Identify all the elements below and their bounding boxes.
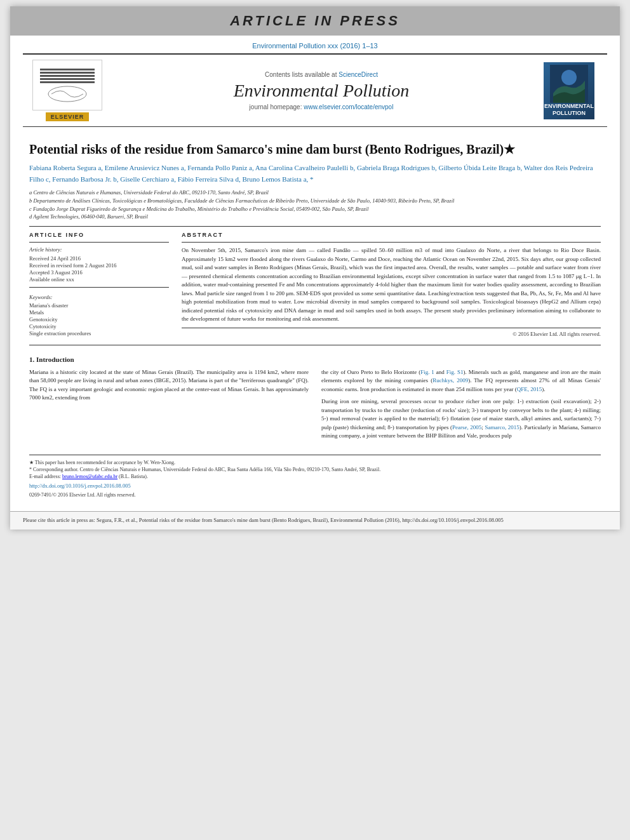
- article-info-label: ARTICLE INFO: [29, 232, 169, 238]
- intro-heading: 1. Introduction: [29, 356, 601, 363]
- journal-logo-right: ENVIRONMENTALPOLLUTION: [537, 62, 601, 119]
- intro-para-right-2: During iron ore mining, several processe…: [321, 397, 601, 441]
- page: ARTICLE IN PRESS Environmental Pollution…: [10, 6, 620, 530]
- star-footnote: ★ This paper has been recommended for ac…: [29, 459, 601, 466]
- intro-col-left: Mariana is a historic city located at th…: [29, 368, 309, 444]
- intro-col-right: the city of Ouro Preto to Belo Horizonte…: [321, 368, 601, 444]
- svg-point-2: [561, 70, 577, 85]
- journal-center: Contents lists available at ScienceDirec…: [105, 71, 537, 110]
- history-label: Article history:: [29, 246, 169, 253]
- article-info-column: ARTICLE INFO Article history: Received 2…: [29, 232, 169, 340]
- keyword-5: Single extraction procedures: [29, 330, 169, 337]
- abstract-label: ABSTRACT: [182, 232, 601, 238]
- authors: Fabiana Roberta Segura a, Emilene Arusie…: [29, 163, 601, 185]
- journal-emblem-svg: [45, 84, 90, 103]
- affiliation-a: a Centro de Ciências Naturais e Humanas,…: [29, 189, 601, 197]
- intro-para-left: Mariana is a historic city located at th…: [29, 368, 309, 403]
- keywords-box: Keywords: Mariana's disaster Metals Geno…: [29, 294, 169, 337]
- abstract-column: ABSTRACT On November 5th, 2015, Samarco'…: [182, 232, 601, 340]
- badge-title: ENVIRONMENTALPOLLUTION: [544, 103, 594, 117]
- affiliations: a Centro de Ciências Naturais e Humanas,…: [29, 189, 601, 221]
- figs1-link[interactable]: Fig. S1: [446, 369, 464, 375]
- affiliation-b: b Departamento de Análises Clínicas, Tox…: [29, 197, 601, 205]
- main-content: Potential risks of the residue from Sama…: [10, 127, 620, 505]
- copyright-line: © 2016 Elsevier Ltd. All rights reserved…: [182, 331, 601, 340]
- journal-logo-left: ELSEVIER: [29, 60, 105, 121]
- ruchkys-link[interactable]: Ruchkys, 2009: [432, 377, 468, 383]
- badge-image: [550, 65, 588, 103]
- contents-line: Contents lists available at ScienceDirec…: [105, 71, 537, 78]
- keyword-3: Genotoxicity: [29, 316, 169, 323]
- article-in-press-text: ARTICLE IN PRESS: [230, 13, 400, 29]
- sciencedirect-link[interactable]: ScienceDirect: [338, 71, 378, 78]
- pearse-link[interactable]: Pearse, 2005: [452, 424, 481, 430]
- fig1-link[interactable]: Fig. 1: [420, 369, 434, 375]
- homepage-link[interactable]: www.elsevier.com/locate/envpol: [304, 103, 393, 110]
- article-info-box: Article history: Received 24 April 2016 …: [29, 242, 169, 288]
- article-in-press-banner: ARTICLE IN PRESS: [10, 6, 620, 36]
- revised-date: Received in revised form 2 August 2016: [29, 262, 169, 269]
- intro-para-right: the city of Ouro Preto to Belo Horizonte…: [321, 368, 601, 394]
- citation-text: Please cite this article in press as: Se…: [23, 517, 504, 523]
- corresponding-footnote: * Corresponding author. Centro de Ciênci…: [29, 466, 601, 473]
- article-info-abstract-section: ARTICLE INFO Article history: Received 2…: [29, 232, 601, 340]
- qfe-link[interactable]: QFE, 2015: [517, 386, 542, 392]
- email-footnote: E-mail address: bruno.lemos@ufabc.edu.br…: [29, 473, 601, 480]
- citation-footer: Please cite this article in press as: Se…: [10, 511, 620, 530]
- divider-1: [29, 226, 601, 227]
- footnotes-area: ★ This paper has been recommended for ac…: [29, 455, 601, 499]
- keyword-2: Metals: [29, 309, 169, 316]
- keyword-4: Cytotoxicity: [29, 323, 169, 330]
- journal-name: Environmental Pollution: [105, 81, 537, 101]
- elsevier-label: ELSEVIER: [46, 112, 90, 121]
- paper-title: Potential risks of the residue from Sama…: [29, 141, 601, 157]
- homepage-line: journal homepage: www.elsevier.com/locat…: [105, 103, 537, 110]
- keywords-label: Keywords:: [29, 294, 169, 300]
- email-link[interactable]: bruno.lemos@ufabc.edu.br: [62, 474, 117, 479]
- affiliation-c: c Fundação Jorge Duprat Figueiredo de Se…: [29, 205, 601, 213]
- intro-two-col: Mariana is a historic city located at th…: [29, 368, 601, 444]
- journal-info-line: Environmental Pollution xxx (2016) 1–13: [23, 39, 607, 51]
- keyword-1: Mariana's disaster: [29, 302, 169, 309]
- issn-line: 0269-7491/© 2016 Elsevier Ltd. All right…: [29, 491, 601, 498]
- available-date: Available online xxx: [29, 276, 169, 283]
- env-poll-badge: ENVIRONMENTALPOLLUTION: [544, 62, 594, 119]
- journal-title-row: ELSEVIER Contents lists available at Sci…: [23, 53, 607, 127]
- received-date: Received 24 April 2016: [29, 255, 169, 262]
- samarco-link[interactable]: Samarco, 2015: [485, 424, 519, 430]
- journal-header: Environmental Pollution xxx (2016) 1–13 …: [10, 36, 620, 127]
- doi-link[interactable]: http://dx.doi.org/10.1016/j.envpol.2016.…: [29, 483, 601, 490]
- affiliation-d: d Agilent Technologies, 06460-040, Barue…: [29, 213, 601, 221]
- abstract-text: On November 5th, 2015, Samarco's iron mi…: [182, 242, 601, 328]
- introduction-section: 1. Introduction Mariana is a historic ci…: [29, 356, 601, 444]
- accepted-date: Accepted 3 August 2016: [29, 269, 169, 276]
- divider-2: [29, 345, 601, 345]
- journal-logo-box: [32, 60, 102, 110]
- logo-lines-decoration: [40, 67, 95, 84]
